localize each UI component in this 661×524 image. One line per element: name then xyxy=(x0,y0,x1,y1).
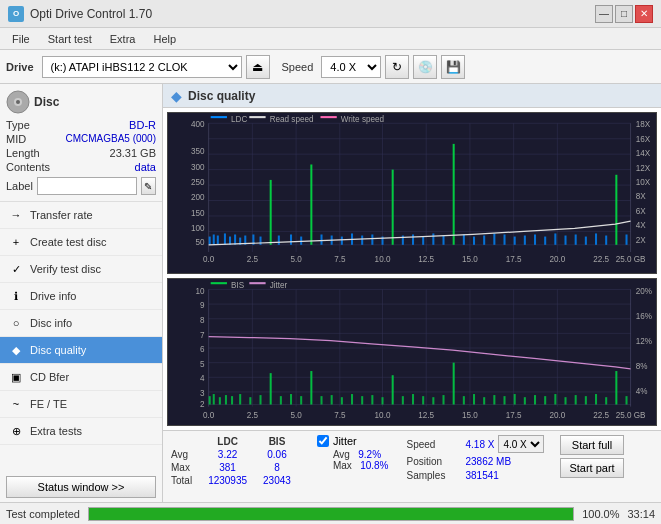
save-button[interactable]: 💾 xyxy=(441,55,465,79)
progress-area: Test completed 100.0% 33:14 xyxy=(0,502,661,524)
stats-total-label: Total xyxy=(171,474,200,487)
content-area: ◆ Disc quality xyxy=(163,84,661,502)
mid-label: MID xyxy=(6,133,26,145)
svg-text:8%: 8% xyxy=(636,361,648,370)
nav-extra-tests[interactable]: ⊕ Extra tests xyxy=(0,418,162,445)
svg-rect-101 xyxy=(321,116,337,118)
svg-text:22.5: 22.5 xyxy=(593,255,609,264)
svg-text:2.5: 2.5 xyxy=(247,255,259,264)
stats-total-ldc: 1230935 xyxy=(200,474,255,487)
menu-bar: File Start test Extra Help xyxy=(0,28,661,50)
stats-header-ldc: LDC xyxy=(200,435,255,448)
close-button[interactable]: ✕ xyxy=(635,5,653,23)
maximize-button[interactable]: □ xyxy=(615,5,633,23)
stats-avg-ldc: 3.22 xyxy=(200,448,255,461)
svg-rect-56 xyxy=(504,234,506,244)
menu-help[interactable]: Help xyxy=(145,31,184,47)
progress-time: 33:14 xyxy=(627,508,655,520)
svg-rect-36 xyxy=(300,237,302,245)
start-full-button[interactable]: Start full xyxy=(560,435,623,455)
svg-rect-33 xyxy=(270,180,272,245)
svg-rect-124 xyxy=(213,394,215,404)
speed-stat-select[interactable]: 4.0 X xyxy=(498,435,544,453)
start-part-button[interactable]: Start part xyxy=(560,458,623,478)
jitter-avg-label: Avg xyxy=(333,449,350,460)
svg-rect-142 xyxy=(382,397,384,404)
position-row: Position 23862 MB xyxy=(406,456,544,467)
menu-extra[interactable]: Extra xyxy=(102,31,144,47)
mid-value: CMCMAGBA5 (000) xyxy=(65,133,156,145)
eject-button[interactable]: ⏏ xyxy=(246,55,270,79)
label-input[interactable] xyxy=(37,177,137,195)
svg-text:17.5: 17.5 xyxy=(506,411,522,420)
nav-cd-bfer[interactable]: ▣ CD Bfer xyxy=(0,364,162,391)
svg-rect-23 xyxy=(209,237,211,245)
menu-start-test[interactable]: Start test xyxy=(40,31,100,47)
cd-bfer-icon: ▣ xyxy=(8,369,24,385)
burn-button[interactable]: 💿 xyxy=(413,55,437,79)
disc-section: Disc Type BD-R MID CMCMAGBA5 (000) Lengt… xyxy=(0,84,162,202)
stats-max-ldc: 381 xyxy=(200,461,255,474)
svg-rect-38 xyxy=(321,234,323,244)
drive-select[interactable]: (k:) ATAPI iHBS112 2 CLOK xyxy=(42,56,242,78)
disc-info-icon: ○ xyxy=(8,315,24,331)
jitter-max-row: Max 10.8% xyxy=(317,460,389,471)
label-edit-button[interactable]: ✎ xyxy=(141,177,156,195)
svg-text:17.5: 17.5 xyxy=(506,255,522,264)
title-bar: O Opti Drive Control 1.70 — □ ✕ xyxy=(0,0,661,28)
nav-disc-quality[interactable]: ◆ Disc quality xyxy=(0,337,162,364)
nav-extra-tests-label: Extra tests xyxy=(30,425,82,437)
svg-rect-166 xyxy=(626,396,628,404)
svg-text:20.0: 20.0 xyxy=(549,255,565,264)
nav-disc-info[interactable]: ○ Disc info xyxy=(0,310,162,337)
svg-text:150: 150 xyxy=(191,209,205,218)
stats-max-bis: 8 xyxy=(255,461,299,474)
svg-text:25.0 GB: 25.0 GB xyxy=(616,411,646,420)
nav-verify-test-disc[interactable]: ✓ Verify test disc xyxy=(0,256,162,283)
svg-rect-68 xyxy=(626,234,628,244)
svg-text:12%: 12% xyxy=(636,336,653,345)
svg-rect-157 xyxy=(534,395,536,404)
svg-text:20.0: 20.0 xyxy=(549,411,565,420)
extra-tests-icon: ⊕ xyxy=(8,423,24,439)
type-label: Type xyxy=(6,119,30,131)
svg-text:12.5: 12.5 xyxy=(418,411,434,420)
svg-rect-149 xyxy=(453,362,455,404)
drive-label: Drive xyxy=(6,61,34,73)
refresh-button[interactable]: ↻ xyxy=(385,55,409,79)
svg-rect-54 xyxy=(483,236,485,245)
nav-drive-info[interactable]: ℹ Drive info xyxy=(0,283,162,310)
svg-rect-153 xyxy=(493,395,495,404)
svg-rect-144 xyxy=(402,396,404,404)
svg-text:Read speed: Read speed xyxy=(270,115,314,124)
svg-rect-131 xyxy=(270,373,272,404)
svg-text:4X: 4X xyxy=(636,221,646,230)
svg-rect-156 xyxy=(524,397,526,404)
svg-text:400: 400 xyxy=(191,120,205,129)
nav-fe-te[interactable]: ~ FE / TE xyxy=(0,391,162,418)
svg-text:BIS: BIS xyxy=(231,281,245,290)
svg-text:250: 250 xyxy=(191,178,205,187)
speed-select[interactable]: 4.0 X xyxy=(321,56,381,78)
svg-text:4%: 4% xyxy=(636,387,648,396)
svg-text:100: 100 xyxy=(191,224,205,233)
svg-rect-137 xyxy=(331,395,333,404)
svg-rect-35 xyxy=(290,234,292,244)
status-window-button[interactable]: Status window >> xyxy=(6,476,156,498)
nav-create-test-disc[interactable]: + Create test disc xyxy=(0,229,162,256)
stats-header-bis: BIS xyxy=(255,435,299,448)
svg-text:10X: 10X xyxy=(636,178,651,187)
menu-file[interactable]: File xyxy=(4,31,38,47)
minimize-button[interactable]: — xyxy=(595,5,613,23)
svg-rect-24 xyxy=(213,234,215,244)
jitter-checkbox[interactable] xyxy=(317,435,329,447)
svg-rect-136 xyxy=(321,396,323,404)
svg-text:300: 300 xyxy=(191,163,205,172)
jitter-checkbox-row: Jitter xyxy=(317,435,389,447)
disc-quality-icon: ◆ xyxy=(8,342,24,358)
nav-cd-bfer-label: CD Bfer xyxy=(30,371,69,383)
nav-transfer-rate[interactable]: → Transfer rate xyxy=(0,202,162,229)
svg-rect-66 xyxy=(605,236,607,245)
stats-total-bis: 23043 xyxy=(255,474,299,487)
svg-rect-139 xyxy=(351,394,353,404)
